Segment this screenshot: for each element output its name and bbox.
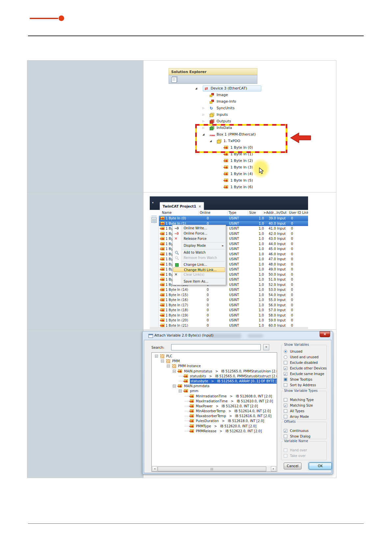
se-tree-item[interactable]: 1 Byte In (5) bbox=[143, 177, 336, 184]
column-header[interactable]: Type bbox=[229, 210, 236, 216]
table-row[interactable]: 1 Byte In (16)0USINT1.055.0Input0 bbox=[159, 297, 308, 303]
radio-icon[interactable] bbox=[284, 350, 287, 353]
scroll-right-button[interactable]: ▸ bbox=[271, 466, 276, 471]
tree-expander-icon[interactable]: ▷ bbox=[202, 105, 204, 112]
tab-close-icon[interactable]: × bbox=[198, 205, 201, 208]
se-tree-item[interactable]: ▷↻SyncUnits bbox=[143, 105, 336, 112]
tree-collapse-icon[interactable] bbox=[173, 385, 176, 388]
table-row[interactable]: 1 Byte In (15)0USINT1.054.0Input0 bbox=[159, 292, 308, 298]
variable-tree-item[interactable]: PMMType > IB 512620.0, INT [2.0] bbox=[152, 424, 277, 429]
checkbox-option[interactable]: Continuous bbox=[281, 428, 327, 434]
variable-tree-item[interactable]: MaxPower > IB 512612.0, INT [2.0] bbox=[152, 404, 277, 409]
table-row[interactable]: 1 Byte In (0)0USINT1.039.0Input0 bbox=[159, 216, 308, 221]
variable-tree-item[interactable]: statusbyte > IB 512565.0, ARRAY [0..1] O… bbox=[152, 379, 277, 384]
se-tree-item[interactable]: ▷Outputs bbox=[143, 118, 336, 125]
tree-expander-icon[interactable]: ▷ bbox=[202, 118, 204, 125]
checkbox-icon[interactable] bbox=[284, 361, 287, 365]
column-header[interactable]: Online bbox=[200, 210, 210, 216]
se-tree-item[interactable]: 1 Byte In (3) bbox=[143, 164, 336, 171]
variable-tree-item[interactable]: MAIN.pmmdata bbox=[152, 384, 277, 389]
column-header[interactable]: Name bbox=[162, 210, 172, 216]
checkbox-icon[interactable] bbox=[284, 366, 287, 370]
se-tree-item[interactable]: ◢⇄Device 3 (EtherCAT) bbox=[143, 85, 336, 92]
checkbox-icon[interactable] bbox=[284, 415, 287, 418]
checkbox-option[interactable]: Exclude disabled bbox=[281, 360, 327, 365]
checkbox-icon[interactable] bbox=[284, 435, 287, 438]
tree-collapse-icon[interactable] bbox=[173, 370, 176, 373]
column-header[interactable]: Size bbox=[249, 210, 256, 216]
table-row[interactable]: 1 Byte In (17)0USINT1.056.0Input0 bbox=[159, 303, 308, 308]
se-tree-item[interactable]: 1 Byte In (6) bbox=[143, 184, 336, 190]
checkbox-icon[interactable] bbox=[284, 372, 287, 376]
scroll-left-button[interactable]: ◂ bbox=[152, 466, 157, 471]
checkbox-icon[interactable] bbox=[284, 378, 287, 381]
column-header[interactable]: User ID bbox=[289, 210, 301, 216]
menu-item[interactable]: Display Mode► bbox=[172, 243, 226, 248]
variable-tree-item[interactable]: PMMRelease > IB 512622.0, INT [2.0] bbox=[152, 429, 277, 434]
checkbox-option[interactable]: Array Mode bbox=[281, 414, 327, 419]
variable-tree-item[interactable]: PMM bbox=[152, 359, 277, 364]
variable-tree-item[interactable]: MinIrradiationTime > IB 512608.0, INT [2… bbox=[152, 394, 277, 399]
table-row[interactable]: 1 Byte In (19)0USINT1.058.0Input0 bbox=[159, 313, 308, 318]
grid-column-headers[interactable]: NameOnlineTypeSize>Addr...In/OutUser IDL… bbox=[150, 210, 308, 216]
menu-item[interactable]: Change Link... bbox=[172, 262, 226, 267]
variable-tree-item[interactable]: MaxIrradiationTime > IB 512610.0, INT [2… bbox=[152, 399, 277, 404]
se-tree-item[interactable]: Image-Info bbox=[143, 98, 336, 105]
checkbox-option[interactable]: Matching Size bbox=[281, 403, 327, 408]
menu-item[interactable]: Change Multi Link... bbox=[173, 267, 225, 272]
search-input[interactable] bbox=[171, 344, 261, 350]
tree-expander-icon[interactable]: ◢ bbox=[195, 85, 197, 92]
checkbox-option[interactable]: Exclude same Image bbox=[281, 371, 327, 377]
tree-expander-icon[interactable]: ▷ bbox=[202, 125, 204, 131]
radio-icon[interactable] bbox=[284, 355, 287, 359]
menu-item[interactable]: Add to Watch bbox=[172, 250, 226, 255]
checkbox-option[interactable]: Matching Type bbox=[281, 397, 327, 403]
radio-option[interactable]: Unused bbox=[281, 349, 327, 354]
tree-expander-icon[interactable]: ▷ bbox=[202, 112, 204, 118]
properties-page-icon[interactable] bbox=[171, 77, 177, 83]
tab-list-dropdown-icon[interactable]: ▾ bbox=[152, 201, 154, 204]
column-header[interactable]: In/Out bbox=[276, 210, 287, 216]
tree-collapse-icon[interactable] bbox=[179, 390, 182, 392]
scrollbar-thumb[interactable] bbox=[158, 466, 266, 471]
menu-item[interactable]: Online Write...→3 bbox=[172, 226, 226, 231]
grid-view-icon[interactable] bbox=[151, 217, 157, 223]
se-tree-item[interactable]: ▷InfoData bbox=[143, 125, 336, 131]
checkbox-option[interactable]: Show Tooltips bbox=[281, 377, 327, 382]
se-tree-item[interactable]: 1 Byte In (0) bbox=[143, 144, 336, 151]
menu-item[interactable]: Online Force...→3 bbox=[172, 231, 226, 236]
variable-tree-item[interactable]: pmm bbox=[152, 389, 277, 393]
search-clear-button[interactable]: ✕ bbox=[263, 344, 269, 350]
checkbox-option[interactable]: Show Dialog bbox=[281, 434, 327, 439]
tree-collapse-icon[interactable] bbox=[167, 365, 170, 367]
tree-expander-icon[interactable]: ◢ bbox=[210, 138, 212, 144]
tree-collapse-icon[interactable] bbox=[161, 360, 164, 363]
variable-tree-item[interactable]: statusbits > IB 512565.0, PMMStatusbitss… bbox=[152, 374, 277, 379]
checkbox-option[interactable]: Sort by Address bbox=[281, 382, 327, 388]
variable-tree-item[interactable]: MinAbsorberTemp > IB 512614.0, INT [2.0] bbox=[152, 409, 277, 414]
column-header[interactable]: >Addr... bbox=[263, 210, 276, 216]
radio-option[interactable]: Used and unused bbox=[281, 354, 327, 360]
close-button[interactable]: × bbox=[320, 331, 330, 337]
checkbox-icon[interactable] bbox=[284, 404, 287, 407]
ok-button[interactable]: OK bbox=[309, 463, 332, 469]
variable-tree-item[interactable]: PLC bbox=[152, 354, 277, 359]
cancel-button[interactable]: Cancel bbox=[284, 463, 301, 469]
variable-tree-item[interactable]: PMM Instance bbox=[152, 364, 277, 368]
se-tree-item[interactable]: 1 Byte In (2) bbox=[143, 158, 336, 164]
tree-expander-icon[interactable]: ◢ bbox=[202, 131, 204, 138]
se-tree-item[interactable]: 1 Byte In (4) bbox=[143, 171, 336, 177]
checkbox-option[interactable]: All Types bbox=[281, 408, 327, 414]
tree-collapse-icon[interactable] bbox=[155, 355, 158, 358]
checkbox-icon[interactable] bbox=[284, 429, 287, 433]
horizontal-scrollbar[interactable]: ◂ ▸ bbox=[152, 466, 276, 472]
variable-tree-item[interactable]: MAIN.pmmstatus > IB 512565.0, PMMStatusU… bbox=[152, 369, 277, 374]
variable-tree-item[interactable]: PulesDuration > IB 512618.0, INT [2.0] bbox=[152, 418, 277, 423]
table-row[interactable]: 1 Byte In (18)0USINT1.057.0Input0 bbox=[159, 308, 308, 313]
checkbox-icon[interactable] bbox=[284, 383, 287, 387]
tab-twincat-project1[interactable]: TwinCAT Project1× bbox=[160, 202, 204, 210]
table-row[interactable]: 1 Byte In (14)0USINT1.053.0Input0 bbox=[159, 287, 308, 292]
menu-item[interactable]: Save Item As... bbox=[172, 279, 226, 284]
checkbox-option[interactable]: Exclude other Devices bbox=[281, 365, 327, 371]
table-row[interactable]: 1 Byte In (20)0USINT1.059.0Input0 bbox=[159, 318, 308, 323]
